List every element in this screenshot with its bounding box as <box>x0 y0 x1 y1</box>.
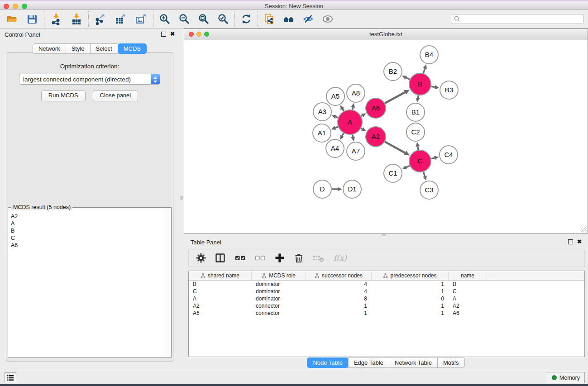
edge-A6-B[interactable] <box>385 92 405 103</box>
save-session-icon[interactable] <box>26 13 38 25</box>
table-row-b[interactable]: Bdominator41B <box>189 281 584 288</box>
result-scrollbar[interactable] <box>165 208 171 357</box>
column-header-name[interactable]: name <box>449 271 487 280</box>
cell-predecessor-nodes[interactable]: 1 <box>372 302 449 310</box>
edge-C-C3[interactable] <box>423 172 425 176</box>
zoom-fit-icon[interactable] <box>198 13 210 25</box>
tab-node-table[interactable]: Node Table <box>307 357 349 368</box>
zoom-out-icon[interactable] <box>178 13 190 25</box>
edge-B-B2[interactable] <box>406 78 410 80</box>
tab-edge-table[interactable]: Edge Table <box>348 357 389 368</box>
edge-C-C2[interactable] <box>418 147 418 150</box>
result-item-c[interactable]: C <box>11 234 165 242</box>
float-table-panel-icon[interactable] <box>568 239 573 244</box>
export-table-icon[interactable] <box>115 13 127 25</box>
delete-column-trash-icon[interactable] <box>294 253 304 263</box>
run-mcds-button[interactable]: Run MCDS <box>41 91 86 101</box>
cell-shared-name[interactable]: B <box>189 281 252 288</box>
show-columns-icon[interactable] <box>215 253 226 263</box>
edge-A-A5[interactable] <box>343 109 344 111</box>
edge-A2-C[interactable] <box>385 142 405 153</box>
vertical-splitter[interactable] <box>179 29 184 370</box>
close-panel-button[interactable]: Close panel <box>93 91 139 101</box>
window-resize-grip[interactable] <box>581 227 587 233</box>
close-table-panel-icon[interactable]: ✖ <box>577 239 582 244</box>
open-session-icon[interactable] <box>6 13 18 25</box>
column-header-mcds-role[interactable]: MCDS role <box>252 271 306 280</box>
cell-predecessor-nodes[interactable]: 1 <box>372 310 449 317</box>
cell-mcds-role[interactable]: connector <box>252 302 306 310</box>
export-network-icon[interactable] <box>95 13 106 25</box>
cell-name[interactable]: A6 <box>449 310 487 317</box>
tab-mcds[interactable]: MCDS <box>118 43 147 54</box>
search-field[interactable] <box>451 14 584 24</box>
result-item-a2[interactable]: A2 <box>11 213 165 220</box>
table-row-a6[interactable]: A6connector11A6 <box>189 310 584 317</box>
cell-mcds-role[interactable]: connector <box>252 310 306 317</box>
result-item-a6[interactable]: A6 <box>11 242 165 249</box>
tab-motifs[interactable]: Motifs <box>437 357 465 368</box>
edge-A-A2[interactable] <box>361 129 362 129</box>
column-header-predecessor-nodes[interactable]: predecessor nodes <box>372 271 449 280</box>
cell-name[interactable]: A2 <box>449 302 487 310</box>
cell-successor-nodes[interactable]: 4 <box>306 288 372 295</box>
cell-name[interactable]: B <box>449 281 487 288</box>
edge-B-B3[interactable] <box>431 86 435 87</box>
cell-mcds-role[interactable]: dominator <box>252 288 306 295</box>
cell-shared-name[interactable]: A <box>189 295 252 302</box>
table-options-gear-icon[interactable] <box>196 253 206 263</box>
edge-A-A6[interactable] <box>361 115 363 116</box>
cell-predecessor-nodes[interactable]: 0 <box>372 295 449 302</box>
show-hide-details-icon[interactable] <box>302 13 314 25</box>
edge-A-A7[interactable] <box>353 134 353 137</box>
cell-name[interactable]: C <box>449 288 487 295</box>
apply-layout-icon[interactable] <box>240 13 252 25</box>
column-header-successor-nodes[interactable]: successor nodes <box>306 271 372 280</box>
close-panel-icon[interactable]: ✖ <box>170 31 175 37</box>
deselect-all-checkboxes-icon[interactable] <box>255 253 266 263</box>
cell-successor-nodes[interactable]: 1 <box>306 310 372 317</box>
edge-A-A1[interactable] <box>335 127 338 128</box>
zoom-selected-icon[interactable] <box>217 13 229 25</box>
memory-button[interactable]: Memory <box>547 372 585 383</box>
add-column-icon[interactable] <box>275 253 285 263</box>
tab-style[interactable]: Style <box>66 43 91 54</box>
tab-network-table[interactable]: Network Table <box>389 357 438 368</box>
cell-successor-nodes[interactable]: 4 <box>306 281 372 288</box>
cell-mcds-role[interactable]: dominator <box>252 295 306 302</box>
cell-predecessor-nodes[interactable]: 1 <box>372 281 449 288</box>
edge-A-A4[interactable] <box>342 133 344 136</box>
column-header-shared-name[interactable]: shared name <box>189 271 252 280</box>
edge-A-A3[interactable] <box>336 117 338 118</box>
edge-C-C1[interactable] <box>406 166 410 167</box>
import-network-icon[interactable] <box>50 13 62 25</box>
criterion-dropdown[interactable]: largest connected component (directed) <box>19 74 160 85</box>
edge-B-B1[interactable] <box>418 95 418 98</box>
result-item-b[interactable]: B <box>11 227 165 234</box>
table-row-a[interactable]: Adominator80A <box>189 295 584 302</box>
clone-network-icon[interactable] <box>263 13 275 25</box>
network-canvas[interactable]: B4B2BB3A5A8A6A3B1AC2A1A2A4A7C4CC1DD1C3 <box>184 40 588 233</box>
cell-name[interactable]: A <box>449 295 487 302</box>
zoom-in-icon[interactable] <box>159 13 171 25</box>
cell-predecessor-nodes[interactable]: 1 <box>372 288 449 295</box>
first-neighbors-icon[interactable] <box>283 13 295 25</box>
table-row-c[interactable]: Cdominator41C <box>189 288 584 295</box>
tab-select[interactable]: Select <box>90 43 118 54</box>
table-row-a2[interactable]: A2connector11A2 <box>189 302 584 310</box>
cell-successor-nodes[interactable]: 8 <box>306 295 372 302</box>
bird-eye-view-icon[interactable] <box>322 13 334 25</box>
cell-shared-name[interactable]: A6 <box>189 310 252 317</box>
cell-shared-name[interactable]: C <box>189 288 252 295</box>
task-history-button[interactable] <box>5 372 16 383</box>
import-table-icon[interactable] <box>71 13 82 25</box>
edge-A-A8[interactable] <box>353 107 353 110</box>
cell-successor-nodes[interactable]: 1 <box>306 302 372 310</box>
cell-mcds-role[interactable]: dominator <box>252 281 306 288</box>
select-all-checkboxes-icon[interactable] <box>235 253 246 263</box>
edge-B-B4[interactable] <box>423 69 425 74</box>
edge-C-C4[interactable] <box>431 158 434 159</box>
search-input[interactable] <box>461 14 583 24</box>
result-item-a[interactable]: A <box>11 220 165 227</box>
float-panel-icon[interactable] <box>161 32 166 37</box>
